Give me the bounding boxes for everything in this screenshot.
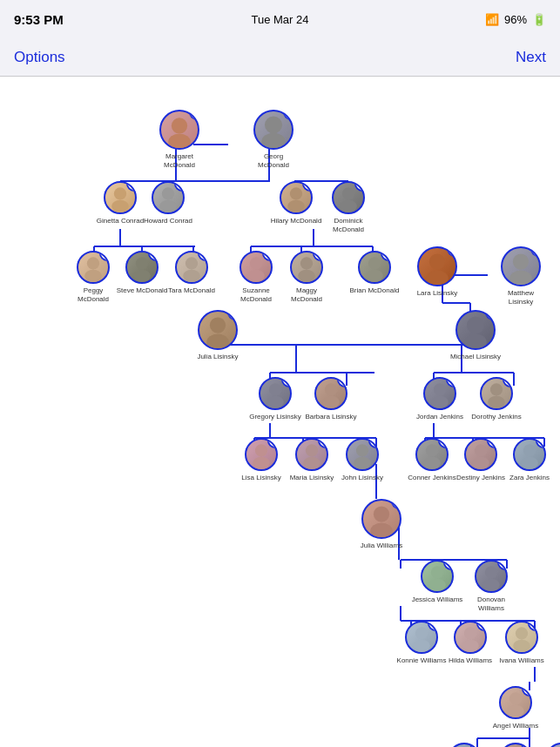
status-time: 9:53 PM [14,12,64,27]
svg-point-94 [325,383,337,395]
person-jessica[interactable]: + Jessica Williams [411,560,463,604]
svg-point-63 [261,133,285,148]
person-maggy[interactable]: + Maggy McDonald [280,251,333,303]
next-button[interactable]: Next [516,49,546,66]
person-michael[interactable]: + Michael Lisinsky [449,310,502,361]
name-conner: Conner Jenkins [408,474,456,482]
svg-point-99 [488,396,505,408]
battery-text: 96% [504,13,527,26]
person-georg[interactable]: + Georg McDonald [247,110,300,169]
svg-point-82 [368,257,381,269]
person-hilary[interactable]: + Hilary McDonald [270,181,322,225]
name-jordan: Jordan Jenkins [416,413,463,421]
person-john[interactable]: + John Lisinsky [336,438,388,482]
svg-point-107 [423,457,441,469]
svg-point-103 [303,457,320,469]
person-hilda[interactable]: + Hilda Williams [444,621,496,665]
svg-point-111 [521,457,538,469]
person-zara[interactable]: + Zara Jenkins [503,438,556,482]
svg-point-79 [247,270,265,282]
svg-point-76 [186,257,198,269]
person-barbara[interactable]: + Barbara Lisinsky [305,377,357,421]
name-angel: Angel Williams [493,722,538,730]
person-donovan[interactable]: + Donovan Williams [465,560,517,612]
person-julia[interactable]: + Julia Lisinsky [192,310,244,361]
svg-point-71 [340,200,357,212]
svg-point-65 [111,200,129,212]
name-donovan: Donovan Williams [465,596,517,612]
svg-point-60 [172,118,187,133]
svg-point-121 [462,640,479,652]
person-suzanne[interactable]: + Suzanne McDonald [230,251,282,303]
person-lara[interactable]: + Lara Lisinsky [411,246,463,298]
person-brian[interactable]: + Brian McDonald [348,251,401,295]
svg-point-106 [426,444,438,456]
name-ginetta: Ginetta Conrad [97,217,144,225]
person-mark[interactable]: + Mark Williams [489,743,542,747]
nav-bar: Options Next [0,38,560,77]
battery-icon: 🔋 [532,13,546,26]
svg-point-112 [374,506,389,522]
svg-point-83 [366,270,383,282]
person-conner[interactable]: + Conner Jenkins [406,438,458,482]
person-jordan[interactable]: + Jordan Jenkins [414,377,466,421]
svg-point-75 [133,270,151,282]
person-gregory[interactable]: + Gregory Lisinsky [249,377,301,421]
svg-point-96 [434,383,446,395]
svg-point-100 [255,444,267,456]
svg-point-110 [523,444,536,456]
svg-point-61 [168,134,191,148]
svg-point-115 [428,579,446,591]
svg-point-120 [464,627,476,639]
svg-point-122 [516,627,528,639]
add-joshua[interactable]: + [470,743,481,747]
svg-point-97 [431,396,449,408]
svg-point-85 [426,271,449,285]
person-julia-williams[interactable]: + Julia Williams [355,499,408,550]
add-mark[interactable]: + [522,743,532,747]
person-ginetta[interactable]: + Ginetta Conrad [94,181,146,225]
svg-point-95 [322,396,340,408]
svg-point-62 [265,116,282,133]
svg-point-88 [210,317,226,333]
svg-point-113 [370,523,393,537]
svg-point-123 [513,640,530,652]
status-bar: 9:53 PM Tue Mar 24 📶 96% 🔋 [0,0,560,38]
options-button[interactable]: Options [14,49,65,66]
name-lisa: Lisa Lisinsky [241,474,280,482]
name-margaret: MargaretMcDonald [164,152,195,169]
svg-point-84 [429,253,445,269]
svg-point-114 [431,566,443,578]
person-tara[interactable]: + Tara McDonald [165,251,218,295]
person-matthew[interactable]: + Matthew Lisinsky [495,246,547,306]
person-angel[interactable]: + Angel Williams [489,686,542,730]
person-peggy[interactable]: + Peggy McDonald [67,251,119,303]
svg-point-66 [162,187,174,199]
name-jessica: Jessica Williams [412,596,463,604]
svg-point-72 [87,257,99,269]
svg-point-104 [356,444,368,456]
person-howard[interactable]: + Howard Conrad [142,181,194,225]
status-icons: 📶 96% 🔋 [485,13,546,26]
svg-point-118 [415,627,428,639]
svg-point-105 [354,457,371,469]
person-konnie[interactable]: + Konnie Williams [395,621,448,665]
person-joshua[interactable]: + Joshua Williams [438,743,490,747]
person-margaret[interactable]: + MargaretMcDonald [153,110,206,169]
person-dorothy[interactable]: + Dorothy Jenkins [470,377,523,421]
svg-point-101 [253,457,270,469]
name-konnie: Konnie Williams [397,656,447,665]
name-destiny: Destiny Jenkins [456,474,505,482]
person-partial-right[interactable] [536,743,560,747]
person-dominick[interactable]: + Dominick McDonald [322,181,374,233]
name-dominick: Dominick McDonald [322,217,374,233]
person-ivana[interactable]: + Ivana Williams [496,621,548,665]
svg-point-70 [342,187,354,199]
person-lisa[interactable]: + Lisa Lisinsky [235,438,287,482]
name-georg: Georg McDonald [247,152,300,169]
svg-point-116 [485,566,497,578]
name-julia-williams: Julia Williams [361,542,402,550]
person-steve[interactable]: + Steve McDonald [116,251,168,295]
person-maria[interactable]: + Maria Lisinsky [286,438,338,482]
person-destiny[interactable]: + Destiny Jenkins [455,438,507,482]
